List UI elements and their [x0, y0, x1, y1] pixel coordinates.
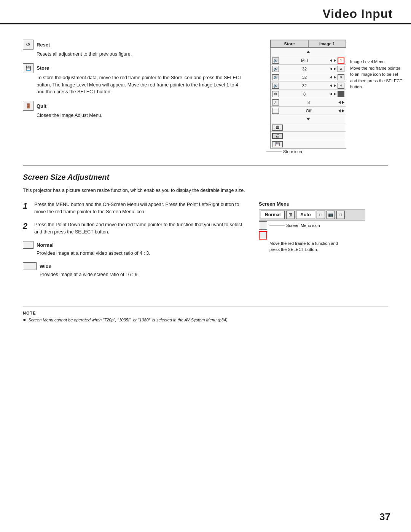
row-label-8-slash: 8: [280, 100, 337, 105]
step-2-num: 2: [23, 221, 30, 236]
menu-row-32-4: 🔊 32 4: [271, 81, 346, 89]
sm-normal-button: Normal: [261, 211, 285, 219]
reset-icon: ↺: [23, 40, 33, 50]
header-image1: Image 1: [308, 40, 346, 48]
row-icon-mid: 🔊: [272, 58, 279, 64]
screen-size-section: Screen Size Adjustment This projector ha…: [23, 173, 388, 284]
header-store: Store: [271, 40, 308, 48]
screen-menu-row3: Move the red frame to a function andpres…: [259, 231, 388, 253]
arrow-left-8s: [338, 101, 341, 104]
screen-menu-label: Screen Menu: [259, 201, 388, 207]
row-icon-circle: ⊕: [272, 91, 279, 97]
quit-header: 🚪 Quit: [23, 101, 244, 111]
bottom-left: 1 Press the MENU button and the On-Scree…: [23, 201, 244, 284]
note-section: NOTE ● Screen Menu cannot be operated wh…: [23, 307, 388, 323]
menu-row-frame: 🖼: [271, 123, 346, 131]
store-icon: 💾: [23, 63, 33, 73]
screen-menu-bar: Normal ⊞ Auto □ 📷 □: [259, 209, 365, 220]
solid-badge: [338, 91, 344, 97]
sm-icon-expand: ⊞: [286, 211, 295, 219]
down-arrow-icon: [306, 118, 310, 120]
quit-description: Closes the Image Adjust Menu.: [37, 112, 244, 119]
arrow-right-32-4: [334, 84, 336, 87]
arrow-left-8c: [330, 93, 332, 96]
sm-auto-text: Auto: [300, 212, 311, 217]
arrow-right-8s: [342, 101, 344, 104]
screen-menu-icon-note: Screen Menu icon: [269, 221, 320, 230]
bullet-dot: ●: [23, 317, 26, 323]
normal-header: Normal: [23, 241, 244, 249]
menu-row-up: [271, 48, 346, 56]
image-badge-1: 1: [338, 58, 344, 64]
wide-description: Provides image at a wide screen ratio of…: [40, 271, 244, 278]
wide-icon: [23, 262, 37, 270]
menu-row-mid: 🔊 Mid 1: [271, 56, 346, 64]
screen-menu-move-note: Move the red frame to a function andpres…: [269, 240, 388, 253]
row-label-mid: Mid: [280, 58, 328, 63]
arrow-left-32-3: [330, 76, 332, 79]
top-section: ↺ Reset Resets all adjustment to their p…: [23, 40, 388, 154]
image-level-menu: Store Image 1 🔊 Mid: [270, 40, 346, 149]
section-intro: This projector has a picture screen resi…: [23, 187, 388, 194]
sm-small-box-1: [259, 221, 267, 230]
quit-icon: 🚪: [23, 101, 33, 111]
step-2-text: Press the Point Down button and move the…: [34, 221, 244, 236]
menu-row-8-circle: ⊕ 8: [271, 89, 346, 98]
row-icon-32-2: 🔊: [272, 66, 279, 72]
page-header: Video Input: [0, 0, 411, 24]
wide-item: Wide Provides image at a wide screen rat…: [23, 262, 244, 278]
image-level-menu-panel: Store Image 1 🔊 Mid: [259, 40, 388, 154]
sm-normal-text: Normal: [265, 212, 280, 217]
reset-description: Resets all adjustment to their previous …: [37, 51, 244, 58]
step-1-num: 1: [23, 201, 30, 216]
store-label: Store: [37, 65, 49, 71]
image-badge-2: 2: [338, 66, 344, 72]
main-content: ↺ Reset Resets all adjustment to their p…: [0, 24, 411, 338]
note-title: NOTE: [23, 311, 388, 315]
normal-description: Provides image at a normal video aspect …: [37, 250, 244, 257]
store-description: To store the adjustment data, move the r…: [37, 74, 244, 96]
store-icon-label-text: Store icon: [283, 149, 302, 154]
arrow-left-32-4: [330, 84, 332, 87]
normal-item: Normal Provides image at a normal video …: [23, 241, 244, 257]
image-level-callout-text: Image Level MenuMove the red frame point…: [350, 59, 402, 89]
arrow-left-mid: [330, 59, 332, 62]
sm-icon-box2: □: [336, 211, 345, 219]
row-icon-off: —: [272, 108, 279, 114]
screen-menu-row3b: [259, 231, 388, 240]
row-icon-frame: 🖼: [272, 125, 283, 131]
image-level-callout: Image Level MenuMove the red frame point…: [350, 40, 411, 90]
sm-icon-box1: □: [317, 211, 325, 219]
menu-row-off: — Off: [271, 106, 346, 115]
menu-row-disk: 💾: [271, 140, 346, 148]
screen-menu-diagram: Screen Menu Normal ⊞ Auto □ 📷 □: [259, 201, 388, 253]
row-icon-32-3: 🔊: [272, 74, 279, 80]
arrow-left-off: [338, 109, 341, 112]
row-icon-slash: ∕: [272, 99, 279, 105]
store-header: 💾 Store: [23, 63, 244, 73]
row-label-32-3: 32: [280, 75, 328, 80]
image-badge-3: 3: [338, 74, 344, 80]
menu-row-8-slash: ∕ 8: [271, 98, 346, 106]
image-level-diagram: Store Image 1 🔊 Mid: [266, 40, 411, 154]
store-icon-annotation: Store icon: [266, 149, 346, 154]
menu-row-store: 🖨: [271, 131, 346, 140]
sm-small-box-selected: [259, 231, 267, 240]
row-icon-store: 🖨: [272, 133, 283, 139]
menu-row-down: [271, 115, 346, 123]
row-label-8-circle: 8: [280, 92, 328, 96]
section-divider: [23, 165, 388, 166]
section-title: Screen Size Adjustment: [23, 173, 388, 182]
menu-row-32-3: 🔊 32 3: [271, 73, 346, 81]
step-1-text: Press the MENU button and the On-Screen …: [34, 201, 244, 216]
row-label-32-2: 32: [280, 67, 328, 71]
normal-icon: [23, 241, 33, 249]
arrow-right-off: [342, 109, 344, 112]
image-level-menu-header: Store Image 1: [271, 40, 346, 48]
page-title: Video Input: [322, 7, 393, 21]
quit-label: Quit: [37, 103, 46, 109]
arrow-right-32-2: [334, 67, 336, 70]
arrow-right-32-3: [334, 76, 336, 79]
normal-label: Normal: [37, 242, 54, 248]
image-badge-4: 4: [338, 83, 344, 89]
